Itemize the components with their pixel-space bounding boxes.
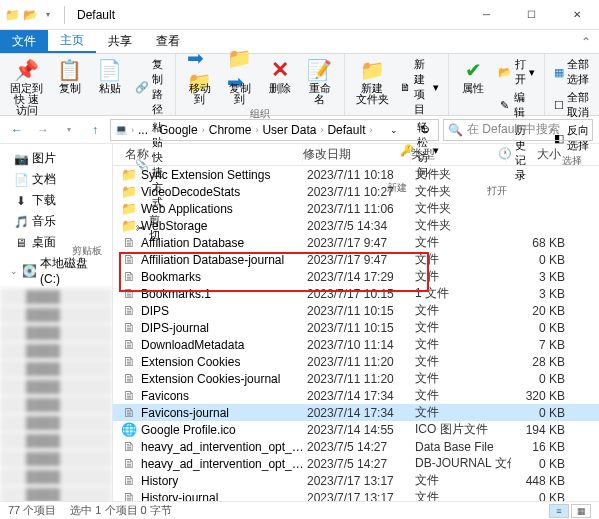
file-name: heavy_ad_intervention_opt_out.db [141,440,307,454]
up-button[interactable]: ↑ [84,119,106,141]
table-row[interactable]: 🗎Affiliation Database2023/7/17 9:47文件68 … [113,234,599,251]
sidebar-item[interactable]: 🖥桌面 [0,232,112,253]
file-size: 16 KB [511,440,573,454]
sidebar-item-blur[interactable]: ████ [0,324,112,342]
folder-icon: 📁 [4,7,20,23]
pin-quick-access-button[interactable]: 📌 固定到快 速访问 [6,56,48,118]
view-details-button[interactable]: ≡ [549,504,569,518]
paste-button[interactable]: 📄 粘贴 [92,56,128,96]
view-large-button[interactable]: ▦ [571,504,591,518]
table-row[interactable]: 🗎Bookmarks.12023/7/17 10:151 文件3 KB [113,285,599,302]
file-date: 2023/7/14 17:34 [307,389,415,403]
sidebar-item-blur[interactable]: ████ [0,432,112,450]
new-folder-button[interactable]: 📁新建 文件夹 [351,56,393,107]
copy-path-button[interactable]: 🔗复制路径 [132,56,169,118]
sidebar-item-drive[interactable]: ⌄ 💽 本地磁盘 (C:) [0,253,112,288]
tab-file[interactable]: 文件 [0,30,48,53]
file-size: 0 KB [511,372,573,386]
file-date: 2023/7/17 10:15 [307,287,415,301]
file-icon: 🗎 [121,371,137,387]
table-row[interactable]: 📁Sync Extension Settings2023/7/11 10:18文… [113,166,599,183]
bc-seg[interactable]: Google [159,123,198,137]
table-row[interactable]: 🗎Extension Cookies2023/7/11 11:20文件28 KB [113,353,599,370]
sidebar-item-blur[interactable]: ████ [0,450,112,468]
table-row[interactable]: 🗎DIPS2023/7/11 10:15文件20 KB [113,302,599,319]
table-row[interactable]: 🗎History-journal2023/7/17 13:17文件0 KB [113,489,599,501]
forward-button[interactable]: → [32,119,54,141]
copy-to-button[interactable]: 📁➡复制到 [222,56,258,107]
sidebar-item[interactable]: ⬇下载 [0,190,112,211]
table-row[interactable]: 🗎History2023/7/17 13:17文件448 KB [113,472,599,489]
tab-view[interactable]: 查看 [144,30,192,53]
file-date: 2023/7/17 9:47 [307,236,415,250]
rename-button[interactable]: 📝重命名 [302,56,338,107]
table-row[interactable]: 🌐Google Profile.ico2023/7/14 14:55ICO 图片… [113,421,599,438]
minimize-button[interactable]: ─ [464,0,509,30]
sidebar-item-blur[interactable]: ████ [0,306,112,324]
sidebar-item-blur[interactable]: ████ [0,486,112,501]
file-type: 文件夹 [415,200,511,217]
table-row[interactable]: 📁Web Applications2023/7/11 11:06文件夹 [113,200,599,217]
file-date: 2023/7/14 17:34 [307,406,415,420]
sidebar-item-blur[interactable]: ████ [0,288,112,306]
table-row[interactable]: 🗎heavy_ad_intervention_opt_out.db-jou...… [113,455,599,472]
file-name: Extension Cookies-journal [141,372,307,386]
table-row[interactable]: 📁VideoDecodeStats2023/7/11 10:27文件夹 [113,183,599,200]
select-all-button[interactable]: ▦全部选择 [551,56,593,88]
maximize-button[interactable]: ☐ [509,0,554,30]
table-row[interactable]: 🗎Favicons2023/7/14 17:34文件320 KB [113,387,599,404]
sidebar-item-blur[interactable]: ████ [0,378,112,396]
tab-share[interactable]: 共享 [96,30,144,53]
bc-seg[interactable]: ... [138,123,148,137]
table-row[interactable]: 🗎Affiliation Database-journal2023/7/17 9… [113,251,599,268]
sidebar-item-blur[interactable]: ████ [0,360,112,378]
copy-button[interactable]: 📋 复制 [52,56,88,96]
dropdown-icon[interactable]: ▾ [40,7,56,23]
sidebar-item-blur[interactable]: ████ [0,342,112,360]
sidebar-item-blur[interactable]: ████ [0,396,112,414]
file-name: WebStorage [141,219,307,233]
bc-dropdown[interactable]: ⌄ [386,125,402,135]
file-icon: 🗎 [121,473,137,489]
file-icon: 🗎 [121,388,137,404]
bc-seg[interactable]: User Data [262,123,316,137]
sidebar-item-blur[interactable]: ████ [0,414,112,432]
search-input[interactable]: 🔍 在 Default 中搜索 [443,119,593,141]
edit-button[interactable]: ✎编辑 [495,89,538,121]
sidebar-item[interactable]: 🎵音乐 [0,211,112,232]
ribbon-collapse-icon[interactable]: ⌃ [573,30,599,53]
table-row[interactable]: 🗎Bookmarks2023/7/14 17:29文件3 KB [113,268,599,285]
sidebar-item[interactable]: 📄文档 [0,169,112,190]
table-row[interactable]: 🗎DIPS-journal2023/7/11 10:15文件0 KB [113,319,599,336]
table-row[interactable]: 🗎heavy_ad_intervention_opt_out.db2023/7/… [113,438,599,455]
column-date[interactable]: 修改日期 [303,146,411,163]
file-type: 文件 [415,251,511,268]
breadcrumb[interactable]: 💻 › ... › Google › Chrome › User Data › … [110,119,439,141]
column-name[interactable]: 名称 [117,146,303,163]
delete-button[interactable]: ✕删除 [262,56,298,96]
tab-home[interactable]: 主页 [48,30,96,53]
properties-button[interactable]: ✔属性 [455,56,491,96]
sidebar: 📷图片📄文档⬇下载🎵音乐🖥桌面 ⌄ 💽 本地磁盘 (C:) ████ ████ … [0,144,113,501]
column-size[interactable]: 大小 [507,146,569,163]
table-row[interactable]: 🗎DownloadMetadata2023/7/10 11:14文件7 KB [113,336,599,353]
bc-seg[interactable]: Chrome [209,123,252,137]
recent-dropdown[interactable]: ▾ [58,119,80,141]
column-type[interactable]: 类型 [411,146,507,163]
table-row[interactable]: 📁WebStorage2023/7/5 14:34文件夹 [113,217,599,234]
table-row[interactable]: 🗎Extension Cookies-journal2023/7/11 11:2… [113,370,599,387]
bc-seg[interactable]: Default [327,123,365,137]
refresh-button[interactable]: ↻ [416,123,434,137]
select-none-button[interactable]: ☐全部取消 [551,89,593,121]
open-button[interactable]: 📂打开 ▾ [495,56,538,88]
table-row[interactable]: 🗎Favicons-journal2023/7/14 17:34文件0 KB [113,404,599,421]
sidebar-item-blur[interactable]: ████ [0,468,112,486]
back-button[interactable]: ← [6,119,28,141]
side-icon: ⬇ [14,194,28,208]
new-item-button[interactable]: 🗎新建项目 ▾ [397,56,442,118]
move-to-button[interactable]: ➡📁移动到 [182,56,218,107]
sidebar-item[interactable]: 📷图片 [0,148,112,169]
close-button[interactable]: ✕ [554,0,599,30]
file-date: 2023/7/17 13:17 [307,491,415,502]
file-type: 1 文件 [415,285,511,302]
